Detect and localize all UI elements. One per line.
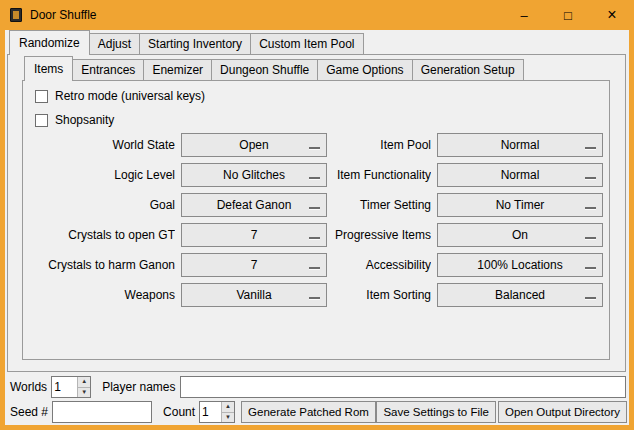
item-sorting-dropdown[interactable]: Balanced	[437, 283, 603, 307]
tab-items[interactable]: Items	[24, 56, 73, 81]
crystals-open-gt-label: Crystals to open GT	[35, 228, 175, 242]
minimize-button[interactable]: –	[502, 0, 546, 30]
player-names-label: Player names	[99, 380, 175, 394]
item-sorting-value: Balanced	[495, 288, 545, 302]
timer-setting-value: No Timer	[496, 198, 545, 212]
seed-input[interactable]	[53, 402, 151, 422]
app-icon	[10, 8, 22, 22]
shopsanity-row: Shopsanity	[35, 113, 114, 127]
dropdown-indicator-icon	[585, 207, 596, 209]
worlds-spinner: ▲ ▼	[51, 376, 91, 398]
player-names-input[interactable]	[181, 377, 626, 397]
tab-enemizer[interactable]: Enemizer	[143, 59, 212, 81]
goal-label: Goal	[35, 198, 175, 212]
retro-mode-row: Retro mode (universal keys)	[35, 89, 205, 103]
option-row: Weapons Vanilla Item Sorting Balanced	[35, 283, 609, 307]
tab-generation-setup[interactable]: Generation Setup	[412, 59, 524, 81]
count-spin-arrows: ▲ ▼	[221, 402, 234, 422]
titlebar: Door Shuffle – □ ×	[0, 0, 634, 30]
count-label: Count	[160, 405, 195, 419]
options-grid: World State Open Item Pool Normal Logic …	[23, 133, 609, 313]
accessibility-value: 100% Locations	[477, 258, 562, 272]
spin-up-icon[interactable]: ▲	[222, 402, 234, 412]
worlds-spin-arrows: ▲ ▼	[77, 377, 90, 397]
dropdown-indicator-icon	[585, 177, 596, 179]
client-area: Randomize Adjust Starting Inventory Cust…	[5, 30, 629, 425]
shopsanity-checkbox[interactable]	[35, 114, 48, 127]
crystals-open-gt-dropdown[interactable]: 7	[181, 223, 327, 247]
dropdown-indicator-icon	[585, 237, 596, 239]
outer-tab-bar: Randomize Adjust Starting Inventory Cust…	[9, 31, 364, 55]
window-title: Door Shuffle	[30, 8, 97, 22]
accessibility-dropdown[interactable]: 100% Locations	[437, 253, 603, 277]
seed-label: Seed #	[7, 405, 48, 419]
tab-entrances[interactable]: Entrances	[72, 59, 144, 81]
weapons-label: Weapons	[35, 288, 175, 302]
tab-dungeon-shuffle[interactable]: Dungeon Shuffle	[211, 59, 318, 81]
crystals-harm-ganon-dropdown[interactable]: 7	[181, 253, 327, 277]
goal-dropdown[interactable]: Defeat Ganon	[181, 193, 327, 217]
item-sorting-label: Item Sorting	[327, 288, 431, 302]
items-page: Retro mode (universal keys) Shopsanity W…	[22, 80, 610, 360]
logic-level-label: Logic Level	[35, 168, 175, 182]
progressive-items-label: Progressive Items	[327, 228, 431, 242]
world-state-dropdown[interactable]: Open	[181, 133, 327, 157]
option-row: Crystals to harm Ganon 7 Accessibility 1…	[35, 253, 609, 277]
crystals-harm-ganon-value: 7	[251, 258, 258, 272]
progressive-items-dropdown[interactable]: On	[437, 223, 603, 247]
spin-down-icon[interactable]: ▼	[222, 412, 234, 423]
generate-patched-rom-button[interactable]: Generate Patched Rom	[241, 401, 376, 423]
logic-level-dropdown[interactable]: No Glitches	[181, 163, 327, 187]
logic-level-value: No Glitches	[223, 168, 285, 182]
dropdown-indicator-icon	[309, 267, 320, 269]
dropdown-indicator-icon	[585, 297, 596, 299]
worlds-label: Worlds	[7, 380, 47, 394]
inner-tab-bar: Items Entrances Enemizer Dungeon Shuffle…	[24, 57, 524, 81]
seed-row: Seed # Count ▲ ▼ Generate Patched Rom Sa…	[7, 401, 627, 423]
tab-game-options[interactable]: Game Options	[317, 59, 412, 81]
save-settings-button[interactable]: Save Settings to File	[376, 401, 495, 423]
timer-setting-dropdown[interactable]: No Timer	[437, 193, 603, 217]
timer-setting-label: Timer Setting	[327, 198, 431, 212]
spin-down-icon[interactable]: ▼	[78, 387, 90, 398]
worlds-input[interactable]	[52, 377, 77, 397]
option-row: Goal Defeat Ganon Timer Setting No Timer	[35, 193, 609, 217]
dropdown-indicator-icon	[309, 207, 320, 209]
option-row: Crystals to open GT 7 Progressive Items …	[35, 223, 609, 247]
dropdown-indicator-icon	[309, 147, 320, 149]
open-output-directory-button[interactable]: Open Output Directory	[498, 401, 627, 423]
weapons-dropdown[interactable]: Vanilla	[181, 283, 327, 307]
tab-randomize[interactable]: Randomize	[9, 30, 90, 55]
seed-entry	[52, 401, 152, 423]
item-pool-value: Normal	[501, 138, 540, 152]
spin-up-icon[interactable]: ▲	[78, 377, 90, 387]
crystals-harm-ganon-label: Crystals to harm Ganon	[35, 258, 175, 272]
dropdown-indicator-icon	[309, 177, 320, 179]
item-functionality-dropdown[interactable]: Normal	[437, 163, 603, 187]
dropdown-indicator-icon	[309, 297, 320, 299]
weapons-value: Vanilla	[236, 288, 271, 302]
count-input[interactable]	[200, 402, 221, 422]
retro-mode-label: Retro mode (universal keys)	[55, 89, 205, 103]
crystals-open-gt-value: 7	[251, 228, 258, 242]
tab-custom-item-pool[interactable]: Custom Item Pool	[250, 33, 363, 55]
player-names-entry	[180, 376, 627, 398]
count-spinner: ▲ ▼	[199, 401, 235, 423]
item-pool-dropdown[interactable]: Normal	[437, 133, 603, 157]
shopsanity-label: Shopsanity	[55, 113, 114, 127]
option-row: Logic Level No Glitches Item Functionali…	[35, 163, 609, 187]
world-state-value: Open	[239, 138, 268, 152]
caption-controls: – □ ×	[502, 0, 634, 30]
progressive-items-value: On	[512, 228, 528, 242]
dropdown-indicator-icon	[585, 147, 596, 149]
tab-adjust[interactable]: Adjust	[89, 33, 140, 55]
item-pool-label: Item Pool	[327, 138, 431, 152]
retro-mode-checkbox[interactable]	[35, 90, 48, 103]
tab-starting-inventory[interactable]: Starting Inventory	[139, 33, 251, 55]
item-functionality-value: Normal	[501, 168, 540, 182]
option-row: World State Open Item Pool Normal	[35, 133, 609, 157]
maximize-button[interactable]: □	[546, 0, 590, 30]
close-button[interactable]: ×	[590, 0, 634, 30]
goal-value: Defeat Ganon	[217, 198, 292, 212]
randomize-page: Items Entrances Enemizer Dungeon Shuffle…	[7, 54, 626, 372]
